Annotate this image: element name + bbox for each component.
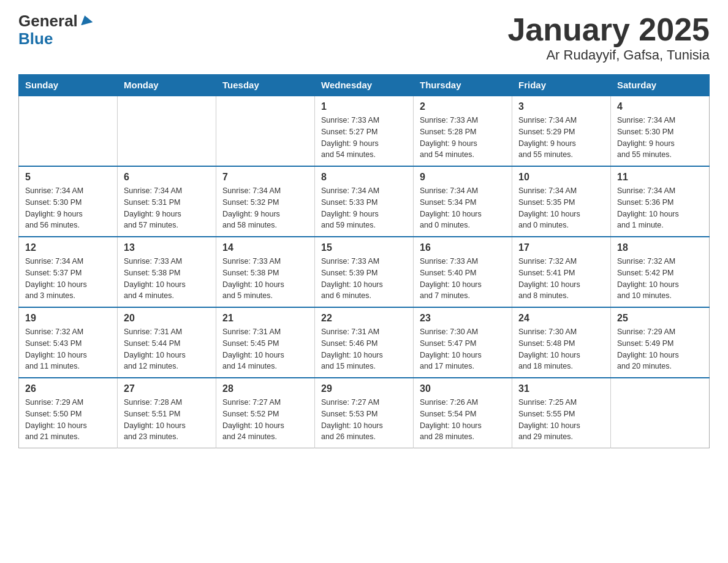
table-row: 12Sunrise: 7:34 AM Sunset: 5:37 PM Dayli… <box>19 237 118 307</box>
day-info: Sunrise: 7:30 AM Sunset: 5:47 PM Dayligh… <box>420 326 506 372</box>
calendar-header-row: Sunday Monday Tuesday Wednesday Thursday… <box>19 75 710 96</box>
calendar-week-row: 26Sunrise: 7:29 AM Sunset: 5:50 PM Dayli… <box>19 378 710 448</box>
day-number: 14 <box>222 242 308 253</box>
table-row: 19Sunrise: 7:32 AM Sunset: 5:43 PM Dayli… <box>19 307 118 378</box>
day-info: Sunrise: 7:31 AM Sunset: 5:46 PM Dayligh… <box>321 326 407 372</box>
day-number: 12 <box>25 242 111 253</box>
calendar-subtitle: Ar Rudayyif, Gafsa, Tunisia <box>507 47 710 63</box>
logo-general: General <box>18 12 78 30</box>
day-info: Sunrise: 7:29 AM Sunset: 5:49 PM Dayligh… <box>617 326 703 372</box>
day-info: Sunrise: 7:26 AM Sunset: 5:54 PM Dayligh… <box>420 397 506 443</box>
day-info: Sunrise: 7:33 AM Sunset: 5:39 PM Dayligh… <box>321 256 407 302</box>
table-row <box>19 96 118 166</box>
table-row: 24Sunrise: 7:30 AM Sunset: 5:48 PM Dayli… <box>512 307 611 378</box>
day-info: Sunrise: 7:31 AM Sunset: 5:45 PM Dayligh… <box>222 326 308 372</box>
logo-triangle-icon <box>79 13 93 28</box>
day-number: 25 <box>617 313 703 324</box>
day-info: Sunrise: 7:34 AM Sunset: 5:31 PM Dayligh… <box>124 185 210 231</box>
day-number: 2 <box>420 101 506 112</box>
day-info: Sunrise: 7:27 AM Sunset: 5:52 PM Dayligh… <box>222 397 308 443</box>
table-row: 29Sunrise: 7:27 AM Sunset: 5:53 PM Dayli… <box>315 378 414 448</box>
day-number: 31 <box>518 383 604 394</box>
day-info: Sunrise: 7:33 AM Sunset: 5:28 PM Dayligh… <box>420 115 506 161</box>
day-number: 4 <box>617 101 703 112</box>
table-row: 26Sunrise: 7:29 AM Sunset: 5:50 PM Dayli… <box>19 378 118 448</box>
day-number: 21 <box>222 313 308 324</box>
table-row: 18Sunrise: 7:32 AM Sunset: 5:42 PM Dayli… <box>611 237 710 307</box>
day-number: 6 <box>124 172 210 183</box>
header-friday: Friday <box>512 75 611 96</box>
day-info: Sunrise: 7:34 AM Sunset: 5:37 PM Dayligh… <box>25 256 111 302</box>
logo-blue: Blue <box>18 29 53 48</box>
day-number: 7 <box>222 172 308 183</box>
day-info: Sunrise: 7:34 AM Sunset: 5:35 PM Dayligh… <box>518 185 604 231</box>
day-info: Sunrise: 7:34 AM Sunset: 5:30 PM Dayligh… <box>25 185 111 231</box>
day-info: Sunrise: 7:31 AM Sunset: 5:44 PM Dayligh… <box>124 326 210 372</box>
table-row: 25Sunrise: 7:29 AM Sunset: 5:49 PM Dayli… <box>611 307 710 378</box>
table-row <box>611 378 710 448</box>
day-info: Sunrise: 7:33 AM Sunset: 5:40 PM Dayligh… <box>420 256 506 302</box>
day-info: Sunrise: 7:29 AM Sunset: 5:50 PM Dayligh… <box>25 397 111 443</box>
calendar-week-row: 5Sunrise: 7:34 AM Sunset: 5:30 PM Daylig… <box>19 166 710 237</box>
calendar-week-row: 1Sunrise: 7:33 AM Sunset: 5:27 PM Daylig… <box>19 96 710 166</box>
table-row <box>216 96 315 166</box>
day-info: Sunrise: 7:34 AM Sunset: 5:29 PM Dayligh… <box>518 115 604 161</box>
day-info: Sunrise: 7:27 AM Sunset: 5:53 PM Dayligh… <box>321 397 407 443</box>
day-number: 5 <box>25 172 111 183</box>
day-number: 28 <box>222 383 308 394</box>
table-row: 14Sunrise: 7:33 AM Sunset: 5:38 PM Dayli… <box>216 237 315 307</box>
day-info: Sunrise: 7:32 AM Sunset: 5:41 PM Dayligh… <box>518 256 604 302</box>
table-row: 27Sunrise: 7:28 AM Sunset: 5:51 PM Dayli… <box>118 378 216 448</box>
table-row: 20Sunrise: 7:31 AM Sunset: 5:44 PM Dayli… <box>118 307 216 378</box>
header-monday: Monday <box>118 75 216 96</box>
day-number: 26 <box>25 383 111 394</box>
day-info: Sunrise: 7:25 AM Sunset: 5:55 PM Dayligh… <box>518 397 604 443</box>
table-row: 31Sunrise: 7:25 AM Sunset: 5:55 PM Dayli… <box>512 378 611 448</box>
table-row: 21Sunrise: 7:31 AM Sunset: 5:45 PM Dayli… <box>216 307 315 378</box>
day-info: Sunrise: 7:34 AM Sunset: 5:34 PM Dayligh… <box>420 185 506 231</box>
day-info: Sunrise: 7:28 AM Sunset: 5:51 PM Dayligh… <box>124 397 210 443</box>
page-header: General Blue January 2025 Ar Rudayyif, G… <box>18 12 710 63</box>
day-number: 15 <box>321 242 407 253</box>
table-row: 11Sunrise: 7:34 AM Sunset: 5:36 PM Dayli… <box>611 166 710 237</box>
day-info: Sunrise: 7:33 AM Sunset: 5:27 PM Dayligh… <box>321 115 407 161</box>
header-saturday: Saturday <box>611 75 710 96</box>
table-row: 2Sunrise: 7:33 AM Sunset: 5:28 PM Daylig… <box>414 96 512 166</box>
table-row: 1Sunrise: 7:33 AM Sunset: 5:27 PM Daylig… <box>315 96 414 166</box>
day-number: 10 <box>518 172 604 183</box>
day-info: Sunrise: 7:33 AM Sunset: 5:38 PM Dayligh… <box>222 256 308 302</box>
day-info: Sunrise: 7:32 AM Sunset: 5:43 PM Dayligh… <box>25 326 111 372</box>
table-row: 3Sunrise: 7:34 AM Sunset: 5:29 PM Daylig… <box>512 96 611 166</box>
header-tuesday: Tuesday <box>216 75 315 96</box>
calendar-week-row: 19Sunrise: 7:32 AM Sunset: 5:43 PM Dayli… <box>19 307 710 378</box>
day-info: Sunrise: 7:34 AM Sunset: 5:30 PM Dayligh… <box>617 115 703 161</box>
table-row: 5Sunrise: 7:34 AM Sunset: 5:30 PM Daylig… <box>19 166 118 237</box>
day-info: Sunrise: 7:30 AM Sunset: 5:48 PM Dayligh… <box>518 326 604 372</box>
day-number: 1 <box>321 101 407 112</box>
table-row: 9Sunrise: 7:34 AM Sunset: 5:34 PM Daylig… <box>414 166 512 237</box>
day-number: 13 <box>124 242 210 253</box>
day-number: 8 <box>321 172 407 183</box>
table-row: 15Sunrise: 7:33 AM Sunset: 5:39 PM Dayli… <box>315 237 414 307</box>
day-info: Sunrise: 7:34 AM Sunset: 5:36 PM Dayligh… <box>617 185 703 231</box>
header-wednesday: Wednesday <box>315 75 414 96</box>
header-thursday: Thursday <box>414 75 512 96</box>
table-row: 22Sunrise: 7:31 AM Sunset: 5:46 PM Dayli… <box>315 307 414 378</box>
day-number: 27 <box>124 383 210 394</box>
table-row <box>118 96 216 166</box>
day-number: 16 <box>420 242 506 253</box>
table-row: 30Sunrise: 7:26 AM Sunset: 5:54 PM Dayli… <box>414 378 512 448</box>
day-number: 20 <box>124 313 210 324</box>
day-number: 30 <box>420 383 506 394</box>
table-row: 23Sunrise: 7:30 AM Sunset: 5:47 PM Dayli… <box>414 307 512 378</box>
day-number: 18 <box>617 242 703 253</box>
day-number: 19 <box>25 313 111 324</box>
day-number: 17 <box>518 242 604 253</box>
calendar-table: Sunday Monday Tuesday Wednesday Thursday… <box>18 74 710 448</box>
table-row: 16Sunrise: 7:33 AM Sunset: 5:40 PM Dayli… <box>414 237 512 307</box>
day-number: 9 <box>420 172 506 183</box>
table-row: 4Sunrise: 7:34 AM Sunset: 5:30 PM Daylig… <box>611 96 710 166</box>
day-info: Sunrise: 7:34 AM Sunset: 5:33 PM Dayligh… <box>321 185 407 231</box>
table-row: 13Sunrise: 7:33 AM Sunset: 5:38 PM Dayli… <box>118 237 216 307</box>
title-block: January 2025 Ar Rudayyif, Gafsa, Tunisia <box>507 12 710 63</box>
